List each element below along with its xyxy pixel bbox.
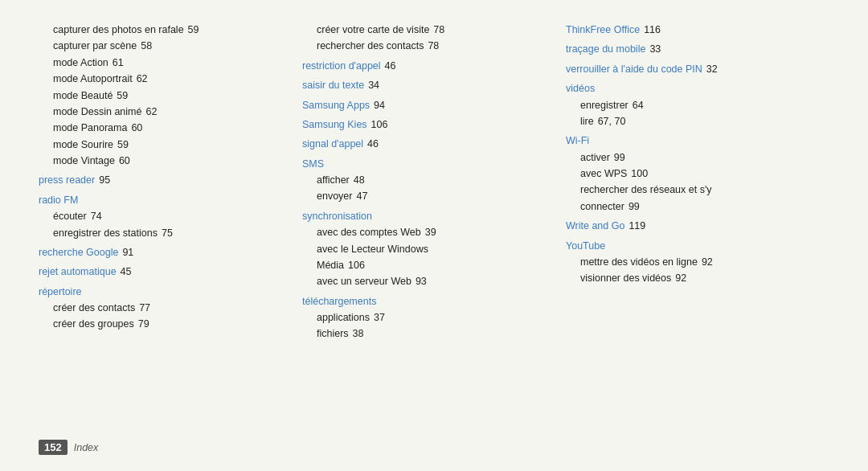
index-sub2-entry: avec le Lecteur Windows [302, 242, 558, 257]
index-link-entry: Samsung Kies106 [302, 117, 558, 133]
index-link-text: YouTube [566, 239, 605, 254]
index-sub-text: lire [580, 114, 594, 129]
page: capturer des photos en rafale59capturer … [0, 0, 868, 471]
index-sub-text: applications [317, 310, 370, 326]
column-3: ThinkFree Office116traçage du mobile33ve… [566, 23, 829, 432]
index-link-num: 91 [122, 245, 133, 260]
footer-label: Index [74, 442, 99, 453]
index-sub-num: 39 [425, 225, 436, 240]
index-sub-num: 59 [117, 137, 129, 153]
index-sub-text: mode Vintage [53, 154, 115, 169]
index-sub-num: 38 [353, 326, 364, 342]
index-sub-text: capturer par scène [53, 39, 137, 54]
index-link-text: verrouiller à l'aide du code PIN [566, 62, 702, 77]
index-link-text: Samsung Kies [302, 117, 367, 133]
index-sub-text: mode Dessin animé [53, 104, 141, 120]
index-sub2-text: avec le Lecteur Windows [317, 242, 428, 257]
index-link-text: Wi-Fi [566, 133, 589, 149]
index-sub-entry: mode Action61 [39, 55, 294, 71]
index-sub-num: 77 [139, 301, 150, 316]
index-sub-text: mode Panorama [53, 121, 127, 136]
index-link-entry: ThinkFree Office116 [566, 23, 821, 38]
index-sub-num: 75 [162, 226, 173, 241]
index-link-num: 106 [371, 117, 388, 133]
index-link-text: recherche Google [39, 245, 118, 260]
index-sub-text: envoyer [317, 189, 352, 204]
index-sub-entry: enregistrer des stations75 [39, 226, 294, 241]
index-sub-text: mettre des vidéos en ligne [580, 255, 698, 270]
index-sub-text: capturer des photos en rafale [53, 23, 184, 38]
index-sub-entry: visionner des vidéos92 [566, 271, 821, 286]
index-sub-text: mode Action [53, 55, 108, 71]
index-sub-entry: créer des groupes79 [39, 317, 294, 332]
index-link-text: téléchargements [302, 294, 376, 309]
index-sub-num: 48 [354, 173, 365, 188]
index-link-entry: verrouiller à l'aide du code PIN32 [566, 62, 821, 77]
index-link-num: 46 [385, 59, 396, 74]
column-1: capturer des photos en rafale59capturer … [39, 23, 302, 432]
index-link-num: 32 [706, 62, 718, 77]
index-sub-num: 74 [91, 209, 102, 224]
index-sub-num: 59 [117, 88, 128, 104]
index-link-entry: synchronisation [302, 209, 558, 224]
index-link-text: répertoire [39, 285, 82, 300]
index-link-text: press reader [39, 173, 95, 188]
index-sub-entry: activer99 [566, 150, 821, 166]
index-sub-entry: fichiers38 [302, 326, 558, 342]
index-link-text: restriction d'appel [302, 59, 381, 74]
index-sub2-entry: Média106 [302, 258, 558, 273]
index-sub-text: rechercher des contacts [317, 39, 424, 54]
index-sub-entry: capturer par scène58 [39, 39, 294, 54]
footer: 152 Index [39, 440, 829, 455]
index-link-text: radio FM [39, 193, 78, 208]
index-link-entry: press reader95 [39, 173, 294, 188]
index-sub2-entry: connecter99 [566, 199, 821, 215]
index-sub2-num: 106 [348, 258, 365, 273]
index-sub-text: mode Autoportrait [53, 72, 133, 87]
index-sub2-text: rechercher des réseaux et s'y [580, 182, 712, 198]
index-link-text: ThinkFree Office [566, 23, 640, 38]
index-sub-num: 64 [633, 98, 644, 113]
index-sub-entry: mode Panorama60 [39, 121, 294, 136]
index-sub-num: 93 [416, 274, 427, 289]
index-sub-text: visionner des vidéos [580, 271, 671, 286]
index-sub-num: 59 [188, 23, 199, 38]
index-sub-text: créer des groupes [53, 317, 134, 332]
index-sub-num: 67, 70 [598, 114, 626, 129]
index-link-num: 95 [99, 173, 110, 188]
index-sub-text: avec un serveur Web [317, 274, 411, 289]
index-sub-entry: avec un serveur Web93 [302, 274, 558, 289]
index-sub-text: créer des contacts [53, 301, 135, 316]
index-link-entry: SMS [302, 157, 558, 172]
index-sub-entry: mode Dessin animé62 [39, 104, 294, 120]
index-link-entry: vidéos [566, 81, 821, 96]
index-sub-num: 60 [131, 121, 142, 136]
index-link-text: rejet automatique [39, 264, 117, 280]
index-sub-num: 78 [428, 39, 439, 54]
index-link-text: Write and Go [566, 219, 624, 234]
index-link-text: SMS [302, 157, 324, 172]
index-sub-num: 92 [702, 255, 713, 270]
index-link-num: 45 [121, 264, 132, 280]
index-link-entry: répertoire [39, 285, 294, 300]
index-sub-text: avec des comptes Web [317, 225, 421, 240]
index-sub2-text: connecter [580, 199, 624, 215]
index-sub-entry: enregistrer64 [566, 98, 821, 113]
index-sub-entry: rechercher des contacts78 [302, 39, 558, 54]
index-link-entry: radio FM [39, 193, 294, 208]
index-link-text: vidéos [566, 81, 595, 96]
index-sub-num: 99 [614, 150, 625, 166]
index-link-num: 33 [649, 42, 661, 57]
index-sub-num: 92 [675, 271, 686, 286]
index-link-text: synchronisation [302, 209, 372, 224]
index-sub-num: 62 [137, 72, 148, 87]
index-link-entry: traçage du mobile33 [566, 42, 821, 57]
index-sub-text: créer votre carte de visite [317, 23, 429, 38]
index-link-text: saisir du texte [302, 78, 364, 93]
index-sub-entry: avec des comptes Web39 [302, 225, 558, 240]
index-link-text: traçage du mobile [566, 42, 645, 57]
index-sub2-text: Média [317, 258, 344, 273]
index-sub-entry: créer des contacts77 [39, 301, 294, 316]
index-link-num: 116 [644, 23, 661, 38]
index-link-num: 34 [368, 78, 379, 93]
